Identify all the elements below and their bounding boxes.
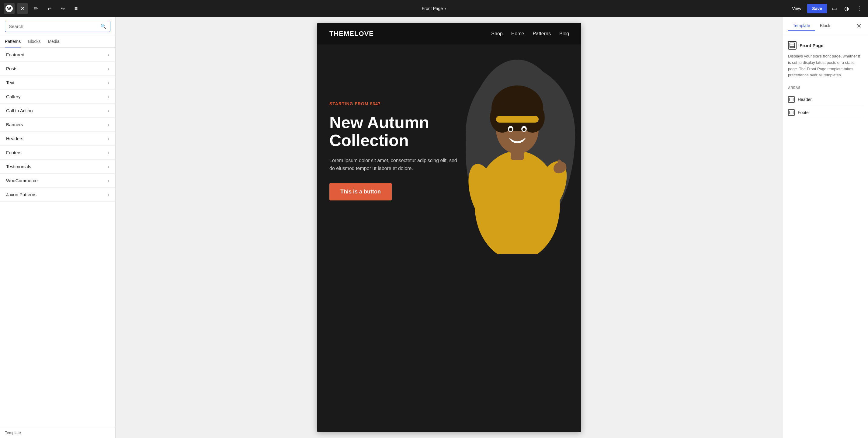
footer-label: Footer [798,110,810,115]
close-panel-button[interactable]: ✕ [855,22,863,30]
tab-media[interactable]: Media [48,36,59,48]
canvas-scroll[interactable]: THEMELOVE Shop Home Patterns Blog STARTI… [116,17,783,438]
header-icon [788,96,795,103]
tab-block[interactable]: Block [815,21,835,31]
chevron-right-icon: › [108,192,109,197]
list-item[interactable]: Featured › [0,48,115,62]
footer-label: Template [5,430,21,435]
nav-shop[interactable]: Shop [491,31,502,36]
template-icon-svg [789,42,795,48]
pen-button[interactable]: ✏ [30,3,41,14]
save-button[interactable]: Save [807,4,827,13]
list-view-button[interactable]: ≡ [70,3,82,14]
topbar: W ✕ ✏ ↩ ↪ ≡ Front Page ▾ View Save ▭ ◑ ⋮ [0,0,868,17]
canvas-frame: THEMELOVE Shop Home Patterns Blog STARTI… [317,23,581,432]
wp-logo-text: W [7,6,11,11]
header-label: Header [798,97,812,102]
site-header: THEMELOVE Shop Home Patterns Blog [317,23,581,44]
template-title-row: Front Page [788,41,863,50]
chevron-right-icon: › [108,178,109,183]
hero-description: Lorem ipsum dolor sit amet, consectetur … [330,157,457,172]
wp-logo[interactable]: W [4,3,14,14]
tab-patterns[interactable]: Patterns [5,36,21,48]
area-footer[interactable]: Footer [788,106,863,119]
close-button[interactable]: ✕ [17,3,28,14]
right-panel-body: Front Page Displays your site's front pa… [783,35,868,438]
pattern-label: Text [6,80,14,85]
nav-blog[interactable]: Blog [559,31,569,36]
pattern-label: Gallery [6,94,21,99]
right-tabs: Template Block [788,21,835,31]
list-item[interactable]: Headers › [0,132,115,146]
right-panel-header: Template Block ✕ [783,17,868,35]
hero-person-illustration [460,48,575,254]
footer-icon [788,109,795,116]
list-item[interactable]: Text › [0,76,115,90]
site-nav: Shop Home Patterns Blog [491,31,569,36]
site-logo: THEMELOVE [330,30,374,38]
chevron-right-icon: › [108,66,109,71]
more-icon: ⋮ [857,5,862,11]
areas-label: AREAS [788,86,863,89]
view-button[interactable]: View [788,4,805,13]
hero-title: New Autumn Collection [330,114,457,150]
page-title-area: Front Page ▾ [422,6,446,11]
search-bar: 🔍 [0,17,115,36]
template-name: Front Page [800,43,823,48]
topbar-right: View Save ▭ ◑ ⋮ [788,3,864,14]
pen-icon: ✏ [34,5,38,12]
panel-footer: Template [0,427,115,438]
list-item[interactable]: WooCommerce › [0,174,115,188]
pattern-label: Testimonials [6,164,31,169]
left-panel: 🔍 Patterns Blocks Media Featured › Posts… [0,17,116,438]
nav-home[interactable]: Home [511,31,524,36]
list-item[interactable]: Posts › [0,62,115,76]
chevron-right-icon: › [108,150,109,155]
chevron-right-icon: › [108,164,109,169]
svg-rect-19 [789,98,793,101]
svg-rect-7 [496,116,538,123]
list-item[interactable]: Gallery › [0,90,115,104]
chevron-right-icon: › [108,122,109,127]
close-icon: ✕ [857,22,862,30]
pattern-label: Featured [6,52,24,57]
list-item[interactable]: Footers › [0,146,115,160]
template-icon [788,41,797,50]
search-input-wrap: 🔍 [5,21,111,32]
pattern-label: WooCommerce [6,178,38,183]
svg-rect-16 [790,43,795,48]
nav-patterns[interactable]: Patterns [532,31,551,36]
chevron-right-icon: › [108,94,109,99]
hero-image-area [454,44,581,257]
list-item[interactable]: Banners › [0,118,115,132]
svg-point-10 [509,128,512,131]
hero-button[interactable]: This is a button [330,183,392,200]
more-options-button[interactable]: ⋮ [854,3,864,14]
list-item[interactable]: Call to Action › [0,104,115,118]
hero-content: STARTING FROM $347 New Autumn Collection… [317,44,469,257]
page-title: Front Page [422,6,443,11]
chevron-down-icon: ▾ [445,7,446,10]
area-header[interactable]: Header [788,93,863,106]
canvas-area: THEMELOVE Shop Home Patterns Blog STARTI… [116,17,783,438]
list-item[interactable]: Testimonials › [0,160,115,174]
search-input[interactable] [9,24,98,29]
header-area-icon-svg [789,98,794,101]
tab-blocks[interactable]: Blocks [28,36,40,48]
chevron-right-icon: › [108,52,109,57]
contrast-button[interactable]: ◑ [842,3,851,14]
wp-logo-inner: W [5,5,13,12]
hero-label: STARTING FROM $347 [330,101,457,106]
sidebar-toggle-button[interactable]: ▭ [829,3,839,14]
chevron-right-icon: › [108,136,109,141]
list-item[interactable]: Jaxon Patterns › [0,188,115,202]
template-description: Displays your site's front page, whether… [788,53,863,79]
undo-icon: ↩ [48,6,52,11]
pattern-label: Headers [6,136,23,141]
redo-button[interactable]: ↪ [57,3,68,14]
pattern-list: Featured › Posts › Text › Gallery › Call… [0,48,115,427]
tab-template[interactable]: Template [788,21,815,31]
undo-button[interactable]: ↩ [44,3,55,14]
sidebar-icon: ▭ [832,5,837,11]
redo-icon: ↪ [61,6,65,11]
